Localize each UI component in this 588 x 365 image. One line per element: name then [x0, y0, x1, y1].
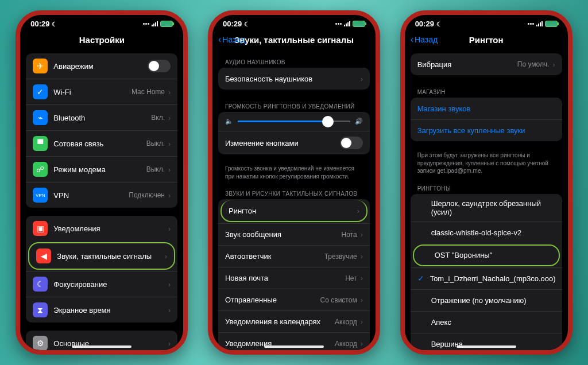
row-label: Загрузить все купленные звуки	[417, 126, 555, 135]
row-label: Сотовая связь	[53, 139, 146, 148]
battery-icon	[353, 21, 365, 27]
settings-row[interactable]: АвтоответчикТрезвучие›	[218, 245, 370, 267]
row-value: Нет	[345, 274, 357, 282]
ringtone-row[interactable]: Отражение (по умолчанию)	[411, 289, 562, 311]
row-value: Выкл.	[146, 139, 165, 147]
chevron-right-icon: ›	[361, 274, 363, 282]
row-change-with-buttons[interactable]: Изменение кнопками	[218, 131, 370, 154]
indicator-dots	[528, 23, 534, 25]
row-value: Со свистом	[320, 296, 357, 304]
chevron-right-icon: ›	[168, 224, 171, 233]
row-label: Рингтон	[229, 207, 357, 215]
phone-settings: 00:29 ☾ Настройки ✈︎Авиарежим✓Wi-FiMac H…	[16, 10, 188, 355]
settings-row[interactable]: ◀Звуки, тактильные сигналы›	[28, 242, 175, 270]
ringtone-row[interactable]: OST "Воронины"	[413, 244, 560, 266]
row-icon: ▣	[33, 221, 48, 236]
settings-row[interactable]: Звук сообщенияНота›	[218, 223, 370, 245]
slider-track[interactable]	[238, 121, 350, 122]
row-icon: VPN	[33, 188, 48, 203]
row-icon: ◀	[36, 248, 51, 263]
home-indicator[interactable]	[264, 345, 324, 348]
toggle[interactable]	[148, 60, 171, 72]
row-label: VPN	[53, 191, 129, 200]
sounds-list[interactable]: АУДИО НАУШНИКОВ Безопасность наушников ›…	[212, 50, 376, 350]
row-label: Звук сообщения	[225, 230, 342, 239]
section-header-ringtones: РИНГТОНЫ	[411, 180, 562, 194]
chevron-right-icon: ›	[168, 191, 171, 200]
ringtone-row[interactable]: ✓Tom_i_Dzherri_Nachalo_(mp3co.ooo)	[411, 267, 562, 289]
row-download-all[interactable]: Загрузить все купленные звуки	[411, 119, 562, 141]
signal-icon	[344, 21, 350, 26]
settings-row[interactable]: ✈︎Авиарежим	[26, 53, 177, 79]
ringtone-row[interactable]: Апекс	[411, 311, 562, 333]
settings-row[interactable]: ☾Фокусирование›	[26, 271, 177, 297]
back-button[interactable]: ‹Назад	[218, 35, 245, 44]
chevron-right-icon: ›	[168, 139, 171, 148]
row-label: Bluetooth	[53, 114, 151, 122]
speaker-low-icon: 🔈	[225, 118, 233, 125]
settings-list[interactable]: ✈︎Авиарежим✓Wi-FiMac Home›⌁BluetoothВкл.…	[20, 50, 183, 350]
page-title: Рингтон	[469, 35, 504, 45]
row-icon: ✓	[33, 84, 48, 99]
home-indicator[interactable]	[457, 345, 516, 348]
row-label: Звуки, тактильные сигналы	[57, 252, 165, 261]
section-footnote: При этом будут загружены все рингтоны и …	[411, 149, 562, 180]
home-indicator[interactable]	[72, 345, 131, 348]
chevron-left-icon: ‹	[411, 35, 413, 44]
speaker-high-icon: 🔊	[355, 118, 363, 125]
chevron-right-icon: ›	[361, 339, 363, 348]
indicator-dots	[335, 23, 342, 25]
row-label: Экранное время	[53, 306, 168, 314]
chevron-right-icon: ›	[165, 252, 167, 261]
ringtone-row[interactable]: classic-whistle-old-spice-v2	[411, 222, 562, 243]
battery-icon	[545, 21, 558, 27]
settings-row[interactable]: Уведомления в календаряхАккорд›	[218, 310, 370, 332]
nav-bar: ‹Назад Рингтон	[405, 29, 568, 50]
ringtone-label: Апекс	[431, 318, 555, 327]
settings-row[interactable]: Рингтон›	[220, 200, 368, 222]
settings-row[interactable]: ✓Wi-FiMac Home›	[26, 79, 177, 104]
ringtone-list[interactable]: Вибрация По умолч. › МАГАЗИН Магазин зву…	[405, 50, 568, 350]
row-value: Нота	[342, 231, 357, 239]
row-headphone-safety[interactable]: Безопасность наушников ›	[218, 68, 370, 90]
chevron-right-icon: ›	[168, 280, 171, 289]
settings-row[interactable]: ⧗Экранное время›	[26, 297, 177, 323]
back-label: Назад	[222, 35, 245, 44]
chevron-right-icon: ›	[552, 60, 555, 69]
row-value: Вкл.	[151, 114, 165, 122]
ringtone-label: Отражение (по умолчанию)	[431, 296, 555, 305]
chevron-right-icon: ›	[357, 207, 359, 215]
settings-row[interactable]: ОтправленныеСо свистом›	[218, 289, 370, 310]
settings-row[interactable]: ⌁BluetoothВкл.›	[26, 104, 177, 130]
section-footnote: Громкость звонка и уведомлений не изменя…	[218, 162, 370, 185]
settings-row[interactable]: ☍Режим модемаВыкл.›	[26, 156, 177, 182]
settings-row[interactable]: ▣Уведомления›	[26, 216, 177, 241]
chevron-right-icon: ›	[168, 165, 171, 174]
settings-row[interactable]: ▀Сотовая связьВыкл.›	[26, 130, 177, 156]
phone-ringtone: 00:29 ☾ ‹Назад Рингтон Вибрация По умолч…	[400, 10, 572, 355]
section-header-volume: ГРОМКОСТЬ РИНГТОНОВ И УВЕДОМЛЕНИЙ	[218, 98, 370, 112]
notch	[452, 15, 521, 28]
notch	[260, 15, 328, 28]
volume-slider[interactable]: 🔈 🔊	[218, 112, 370, 131]
chevron-right-icon: ›	[361, 230, 363, 239]
settings-row[interactable]: Новая почтаНет›	[218, 267, 370, 289]
row-value: Выкл.	[146, 165, 165, 173]
section-header-store: МАГАЗИН	[411, 83, 562, 98]
ringtone-row[interactable]: Шерлок, саундтрек обрезанный (усил)	[411, 194, 562, 222]
nav-bar: Настройки	[20, 29, 183, 50]
row-icon: ▀	[33, 136, 48, 151]
dnd-icon: ☾	[436, 21, 442, 28]
signal-icon	[536, 21, 543, 26]
toggle[interactable]	[340, 137, 363, 149]
settings-row[interactable]: VPNVPNПодключен›	[26, 182, 177, 208]
row-tone-store[interactable]: Магазин звуков	[411, 98, 562, 119]
clock: 00:29	[415, 20, 434, 28]
row-label: Новая почта	[225, 274, 345, 282]
back-button[interactable]: ‹Назад	[411, 35, 438, 44]
page-title: Звуки, тактильные сигналы	[234, 35, 354, 45]
row-icon: ☍	[33, 162, 48, 177]
row-vibration[interactable]: Вибрация По умолч. ›	[411, 53, 562, 75]
chevron-right-icon: ›	[361, 317, 363, 326]
row-label: Фокусирование	[53, 280, 168, 289]
